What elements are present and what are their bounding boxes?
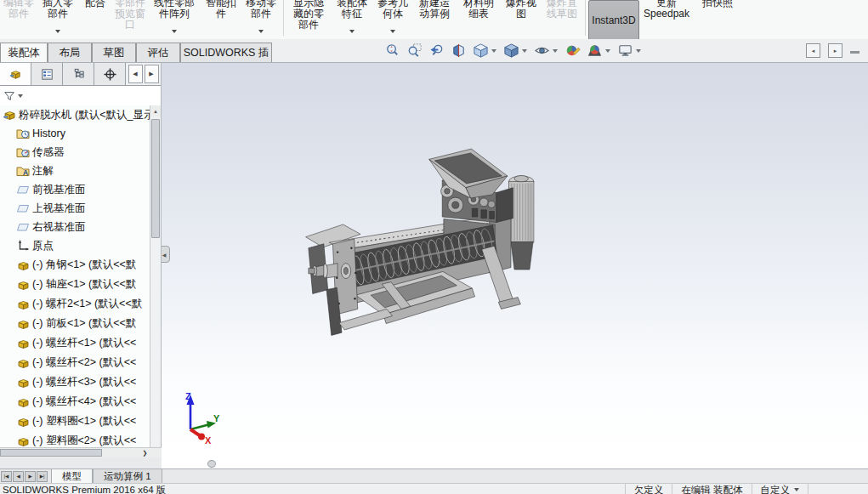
ribbon-edit-component-button[interactable]: 编辑零部件	[0, 0, 37, 39]
status-cell-2[interactable]: 自定义	[752, 484, 808, 494]
tab-propertymanager[interactable]	[31, 63, 63, 85]
chevron-down-icon[interactable]	[553, 49, 558, 53]
ribbon-button-label: 插入零部件	[43, 0, 73, 20]
chevron-down-icon[interactable]	[794, 488, 799, 491]
hide-show-items-icon[interactable]	[532, 42, 551, 60]
zoom-to-area-icon[interactable]	[405, 42, 423, 60]
edit-appearance-icon[interactable]	[563, 42, 582, 60]
collapse-pane-left-icon[interactable]: ◂	[806, 43, 820, 58]
ribbon-explode-line-sketch-button[interactable]: 爆炸直线草图	[542, 0, 582, 39]
panel-collapse-button[interactable]: ◀	[162, 246, 170, 263]
tree-item-label: 原点	[32, 239, 54, 253]
collapse-pane-right-icon[interactable]: ▸	[828, 43, 842, 58]
tab-solidworks-addins[interactable]: SOLIDWORKS 插件	[180, 43, 272, 62]
chevron-down-icon[interactable]	[172, 30, 177, 33]
tree-item-plane[interactable]: 前视基准面	[0, 180, 150, 199]
ribbon-new-motion-study-button[interactable]: 新建运动算例	[412, 0, 457, 39]
section-view-icon[interactable]	[449, 42, 468, 60]
view-orientation-icon[interactable]	[471, 42, 490, 60]
tree-component-row[interactable]: (-) 螺丝杆<1> (默认<<	[0, 333, 150, 353]
chevron-down-icon[interactable]	[18, 94, 23, 98]
tab-motion-study-1[interactable]: 运动算例 1	[93, 469, 162, 483]
ribbon-mate-button[interactable]: 配合	[78, 0, 112, 39]
scroll-up-icon[interactable]: ▲	[150, 105, 161, 116]
previous-view-icon[interactable]	[427, 42, 445, 60]
ribbon-take-snapshot-button[interactable]: 拍快照	[694, 0, 741, 39]
scroll-tabs-left-icon[interactable]: ◀	[128, 65, 143, 83]
ribbon-button-label: 装配体特征	[337, 0, 367, 20]
tree-component-row[interactable]: (-) 角钢<1> (默认<<默	[0, 255, 150, 275]
chevron-down-icon[interactable]	[491, 49, 496, 53]
tree-horizontal-scrollbar[interactable]: ❯	[0, 447, 162, 457]
tree-filter-row[interactable]	[0, 86, 161, 106]
tree-vertical-scrollbar[interactable]: ▲ ▼	[150, 105, 161, 457]
tree-item-history[interactable]: History	[0, 124, 150, 143]
chevron-down-icon[interactable]	[55, 30, 60, 33]
tab-dimxpertmanager[interactable]	[94, 63, 126, 85]
ribbon-update-speedpak-button[interactable]: 更新Speedpak	[639, 0, 694, 39]
zoom-to-fit-icon[interactable]	[383, 42, 401, 60]
view-settings-icon[interactable]	[616, 42, 634, 60]
component-label: (-) 螺丝杆<1> (默认<<	[32, 336, 136, 350]
splitter-handle[interactable]	[207, 460, 216, 468]
ribbon-move-component-button[interactable]: 移动零部件	[241, 0, 281, 39]
chevron-down-icon[interactable]	[258, 30, 264, 33]
tab-assembly[interactable]: 装配体	[0, 43, 48, 62]
ribbon-insert-components-button[interactable]: 插入零部件	[37, 0, 78, 39]
tree-item-label: 注解	[32, 164, 54, 179]
tree-component-row[interactable]: (-) 轴座<1> (默认<<默	[0, 275, 150, 294]
tree-item-sensors[interactable]: 传感器	[0, 143, 150, 162]
component-label: (-) 螺杆2<1> (默认<<默	[32, 297, 142, 311]
ribbon-show-hidden-components-button[interactable]: 显示隐藏的零部件	[286, 0, 331, 39]
tree-item-plane[interactable]: 右视基准面	[0, 218, 150, 236]
tab-layout[interactable]: 布局	[48, 43, 92, 62]
apply-scene-icon[interactable]	[585, 42, 604, 60]
ribbon-button-label: 智能扣件	[206, 0, 236, 20]
display-style-icon[interactable]	[502, 42, 520, 60]
tab-configurationmanager[interactable]	[63, 63, 94, 85]
ribbon-bill-of-materials-button[interactable]: 材料明细表	[457, 0, 501, 39]
tab-model[interactable]: 模型	[51, 469, 93, 483]
tree-component-row[interactable]: (-) 螺杆2<1> (默认<<默	[0, 294, 150, 314]
ribbon-button-label: 显示隐藏的零部件	[293, 0, 324, 31]
tree-component-row[interactable]: (-) 螺丝杆<4> (默认<<	[0, 392, 150, 412]
tree-component-row[interactable]: (-) 前板<1> (默认<<默	[0, 314, 150, 333]
tab-sketch[interactable]: 草图	[92, 43, 136, 62]
study-tab-nav: |◀◀▶▶|	[0, 469, 48, 483]
tree-component-row[interactable]: (-) 塑料圈<2> (默认<<	[0, 431, 150, 447]
tree-root-item[interactable]: 粉碎脱水机 (默认<默认_显示	[0, 105, 150, 124]
chevron-down-icon[interactable]	[636, 49, 641, 53]
ribbon-instant3d-button[interactable]: Instant3D	[588, 0, 639, 39]
ribbon-assembly-features-button[interactable]: 装配体特征	[331, 0, 373, 39]
ribbon-linear-component-pattern-button[interactable]: 线性零部件阵列	[148, 0, 201, 39]
graphics-area[interactable]: Z Y X ◀	[162, 63, 868, 468]
chevron-down-icon[interactable]	[390, 30, 395, 33]
scroll-right-icon[interactable]: ❯	[139, 448, 150, 457]
chevron-down-icon[interactable]	[522, 49, 527, 53]
ribbon-button-label: 线性零部件阵列	[154, 0, 195, 20]
tree-component-row[interactable]: (-) 塑料圈<1> (默认<<	[0, 412, 150, 431]
scroll-tabs-right-icon[interactable]: ▶	[145, 65, 159, 83]
chevron-down-icon[interactable]	[605, 49, 610, 53]
study-nav-1[interactable]: ◀	[13, 471, 24, 482]
minimize-icon[interactable]	[850, 51, 859, 54]
ribbon-smart-fasteners-button[interactable]: 智能扣件	[201, 0, 241, 39]
model-3d-view[interactable]	[162, 63, 868, 468]
scrollbar-thumb[interactable]	[151, 119, 160, 238]
chevron-down-icon[interactable]	[349, 30, 355, 33]
ribbon-component-preview-window-button[interactable]: 零部件预览窗口	[112, 0, 148, 39]
ribbon-reference-geometry-button[interactable]: 参考几何体	[373, 0, 412, 39]
tree-item-plane[interactable]: 上视基准面	[0, 199, 150, 218]
ribbon-exploded-view-button[interactable]: 爆炸视图	[501, 0, 542, 39]
tree-component-row[interactable]: (-) 螺丝杆<3> (默认<<	[0, 372, 150, 392]
tab-evaluate[interactable]: 评估	[136, 43, 180, 62]
tab-featuremanager[interactable]	[0, 63, 31, 85]
tree-item-annotations[interactable]: A注解	[0, 162, 150, 180]
part-icon	[16, 278, 30, 292]
tree-component-row[interactable]: (-) 螺丝杆<2> (默认<<	[0, 353, 150, 372]
tree-item-origin[interactable]: 原点	[0, 236, 150, 255]
study-nav-2[interactable]: ▶	[25, 471, 36, 482]
study-nav-3[interactable]: ▶|	[37, 471, 48, 482]
scrollbar-thumb[interactable]	[0, 449, 102, 457]
study-nav-0[interactable]: |◀	[1, 471, 12, 482]
